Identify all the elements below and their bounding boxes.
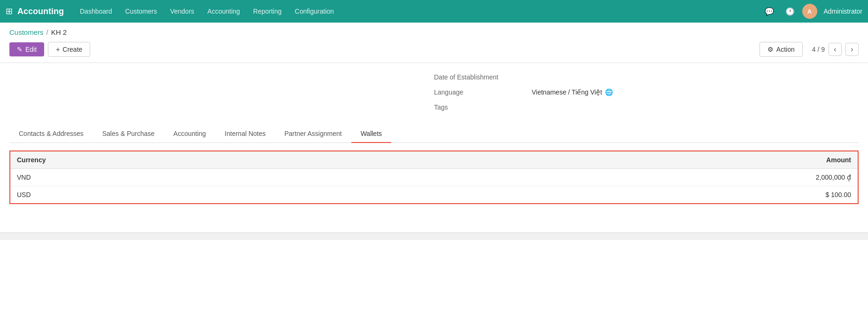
apps-icon[interactable]: ⊞ xyxy=(6,6,13,16)
nav-item-accounting[interactable]: Accounting xyxy=(201,0,247,23)
nav-item-dashboard[interactable]: Dashboard xyxy=(73,0,119,23)
amount-cell: $ 100.00 xyxy=(404,186,858,204)
language-text: Vietnamese / Tiếng Việt xyxy=(532,88,602,96)
pagination: 4 / 9 ‹ › xyxy=(812,43,859,56)
edit-label: Edit xyxy=(25,46,37,53)
col-amount-header: Amount xyxy=(404,151,858,169)
action-button[interactable]: ⚙ Action xyxy=(760,42,803,57)
create-icon: + xyxy=(56,46,60,53)
tab-internal-notes[interactable]: Internal Notes xyxy=(215,125,275,143)
table-row: USD$ 100.00 xyxy=(10,186,858,204)
nav-item-customers[interactable]: Customers xyxy=(119,0,164,23)
table-row: VND2,000,000 ₫ xyxy=(10,169,858,186)
scroll-area[interactable] xyxy=(0,232,868,240)
edit-icon: ✎ xyxy=(17,46,23,53)
nav-item-vendors[interactable]: Vendors xyxy=(163,0,201,23)
clock-icon[interactable]: 🕐 xyxy=(782,3,798,20)
language-globe-icon[interactable]: 🌐 xyxy=(605,88,613,96)
tags-value xyxy=(532,101,859,106)
app-title: Accounting xyxy=(17,7,64,16)
currency-cell: VND xyxy=(10,169,404,186)
breadcrumb-parent[interactable]: Customers xyxy=(9,28,44,36)
col-currency-header: Currency xyxy=(10,151,404,169)
chat-icon[interactable]: 💬 xyxy=(761,3,778,20)
edit-button[interactable]: ✎ Edit xyxy=(9,42,44,56)
table-header-row: Currency Amount xyxy=(10,151,858,169)
create-button[interactable]: + Create xyxy=(48,42,90,57)
prev-page-button[interactable]: ‹ xyxy=(829,43,842,56)
wallets-table: Currency Amount VND2,000,000 ₫USD$ 100.0… xyxy=(9,151,859,204)
breadcrumb-separator: / xyxy=(46,28,48,36)
nav-item-reporting[interactable]: Reporting xyxy=(247,0,288,23)
nav-item-configuration[interactable]: Configuration xyxy=(288,0,341,23)
currency-cell: USD xyxy=(10,186,404,204)
tags-label: Tags xyxy=(434,101,528,114)
avatar[interactable]: A xyxy=(802,4,817,19)
language-label: Language xyxy=(434,86,528,99)
tab-partner-assignment[interactable]: Partner Assignment xyxy=(275,125,351,143)
content-area: Date of Establishment Language Vietnames… xyxy=(0,63,868,204)
amount-cell: 2,000,000 ₫ xyxy=(404,169,858,186)
date-establishment-label: Date of Establishment xyxy=(434,71,528,84)
tab-accounting[interactable]: Accounting xyxy=(164,125,215,143)
top-navigation: ⊞ Accounting Dashboard Customers Vendors… xyxy=(0,0,868,23)
page-text: 4 / 9 xyxy=(812,46,825,53)
tabs-bar: Contacts & Addresses Sales & Purchase Ac… xyxy=(9,125,859,143)
nav-icons: 💬 🕐 A Administrator xyxy=(761,3,862,20)
action-gear-icon: ⚙ xyxy=(767,46,774,53)
fields-section: Date of Establishment Language Vietnames… xyxy=(9,63,859,121)
next-page-button[interactable]: › xyxy=(845,43,859,56)
user-name: Administrator xyxy=(824,8,862,15)
language-value: Vietnamese / Tiếng Việt 🌐 xyxy=(532,86,859,99)
right-fields: Date of Establishment Language Vietnames… xyxy=(434,71,859,114)
tab-contacts[interactable]: Contacts & Addresses xyxy=(9,125,93,143)
breadcrumb-current: KH 2 xyxy=(51,28,67,36)
date-establishment-value xyxy=(532,71,859,76)
action-label: Action xyxy=(776,46,795,53)
create-label: Create xyxy=(62,46,82,53)
toolbar: ✎ Edit + Create ⚙ Action 4 / 9 ‹ › xyxy=(0,40,868,63)
tab-wallets[interactable]: Wallets xyxy=(351,125,391,143)
breadcrumb: Customers / KH 2 xyxy=(0,23,868,40)
tab-sales-purchase[interactable]: Sales & Purchase xyxy=(93,125,164,143)
